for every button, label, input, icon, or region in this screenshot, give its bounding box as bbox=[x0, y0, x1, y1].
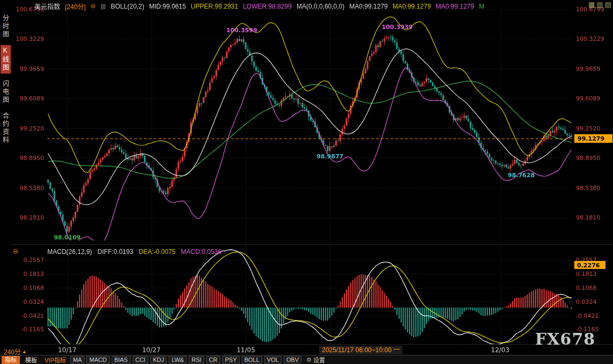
toolbar-item-label: CR bbox=[209, 356, 218, 363]
toolbar-item-label: VIP指标 bbox=[45, 357, 66, 363]
gear-icon: ⚙ bbox=[306, 356, 312, 363]
macd-title: MACD(26,12,9) bbox=[47, 248, 92, 256]
ma0-value-1: MA0:99.1279 bbox=[349, 3, 387, 10]
macd-legend: MACD(26,12,9) DIFF:0.0193 DEA:-0.0075 MA… bbox=[47, 248, 221, 256]
window-controls: ▦▥▤ bbox=[588, 1, 611, 8]
toolbar-item-label: MA bbox=[73, 356, 82, 363]
layout-grid-icon[interactable]: ▦ bbox=[588, 1, 595, 8]
toolbar-item-label: RSI bbox=[191, 356, 201, 363]
rsi-button[interactable]: RSI bbox=[189, 356, 204, 363]
indicator-toolbar: 指标模板VIP指标MAMACDBIASCCIKDJLW&RSICRPSYBOLL… bbox=[0, 355, 613, 364]
toolbar-item-label: BIAS bbox=[114, 356, 128, 363]
trading-terminal: 美元指数 [240分] ⊖ ▥ BOLL(20,2) MID:99.0615 U… bbox=[0, 0, 613, 364]
kdj-button[interactable]: KDJ bbox=[150, 356, 167, 363]
macd-macd-value: MACD:0.0536 bbox=[181, 248, 221, 256]
sidebar-tab-contract-info[interactable]: 合约资料 bbox=[1, 111, 11, 146]
toolbar-item-label: MACD bbox=[89, 356, 106, 363]
toolbar-item-label: BOLL bbox=[244, 356, 259, 363]
toolbar-item-label: OBV bbox=[286, 356, 299, 363]
toolbar-item-label: 模板 bbox=[25, 357, 37, 363]
cci-button[interactable]: CCI bbox=[133, 356, 148, 363]
lwr-button[interactable]: LW& bbox=[169, 356, 186, 363]
boll-lower-value: LOWER:98.8299 bbox=[243, 3, 292, 10]
ma0-value-2: MA0:99.1279 bbox=[393, 3, 431, 10]
macd-diff-value: DIFF:0.0193 bbox=[97, 248, 133, 256]
indicator-header: 美元指数 [240分] ⊖ ▥ BOLL(20,2) MID:99.0615 U… bbox=[34, 2, 484, 11]
macd-collapse-icon[interactable]: ⊖ bbox=[13, 247, 18, 255]
bias-button[interactable]: BIAS bbox=[112, 356, 131, 363]
fx678-watermark: FX678 bbox=[535, 330, 595, 348]
vol-button[interactable]: VOL bbox=[264, 356, 282, 363]
toolbar-item-label: PSY bbox=[225, 356, 237, 363]
period-tag[interactable]: [240分] bbox=[65, 2, 86, 11]
crosshair-datetime-readout: 2025/11/17 06:00~10:00 一 bbox=[319, 346, 402, 354]
toolbar-item-label: KDJ bbox=[153, 356, 164, 363]
period-arrow-icon: ▲ bbox=[22, 349, 27, 354]
boll-button[interactable]: BOLL bbox=[242, 356, 262, 363]
ma-green-label: M bbox=[479, 3, 484, 10]
toolbar-item-label: VOL bbox=[267, 356, 279, 363]
template-button[interactable]: 模板 bbox=[22, 355, 40, 364]
macd-dea-value: DEA:-0.0075 bbox=[139, 248, 176, 256]
toolbar-item-label: LW& bbox=[171, 356, 184, 363]
boll-mid-value: MID:99.0615 bbox=[149, 3, 186, 10]
chart-type-sidebar: 分时图K线图闪电图合约资料 bbox=[0, 13, 11, 146]
obv-button[interactable]: OBV bbox=[284, 356, 301, 363]
vip-indicator-button[interactable]: VIP指标 bbox=[42, 355, 68, 364]
toolbar-item-label: 指标 bbox=[5, 356, 17, 363]
sidebar-tab-flash-chart[interactable]: 闪电图 bbox=[1, 78, 11, 106]
toolbar-item-label: 设置 bbox=[313, 355, 325, 364]
layout-expand-icon[interactable]: ▤ bbox=[605, 1, 611, 8]
ma-label: MA(0,0,0,60,0,0) bbox=[297, 3, 344, 10]
price-chart-canvas[interactable] bbox=[11, 0, 613, 355]
indicator-button[interactable]: 指标 bbox=[2, 356, 20, 364]
boll-indicator-icon: ▥ bbox=[100, 3, 106, 10]
collapse-icon[interactable]: ⊖ bbox=[91, 3, 96, 10]
psy-button[interactable]: PSY bbox=[222, 356, 240, 363]
sidebar-tab-kline-chart[interactable]: K线图 bbox=[1, 45, 11, 74]
macd-button[interactable]: MACD bbox=[86, 356, 109, 363]
settings-button[interactable]: ⚙设置 bbox=[306, 355, 325, 364]
layout-split-icon[interactable]: ▥ bbox=[596, 1, 603, 8]
sidebar-tab-time-chart[interactable]: 分时图 bbox=[1, 13, 11, 40]
boll-upper-value: UPPER:99.2931 bbox=[191, 3, 238, 10]
ma0-value-3: MA0:99.1279 bbox=[436, 3, 474, 10]
cr-button[interactable]: CR bbox=[206, 356, 220, 363]
ma-button[interactable]: MA bbox=[70, 356, 85, 363]
toolbar-item-label: CCI bbox=[135, 356, 146, 363]
symbol-title: 美元指数 bbox=[34, 2, 60, 11]
boll-label: BOLL(20,2) bbox=[111, 3, 144, 10]
